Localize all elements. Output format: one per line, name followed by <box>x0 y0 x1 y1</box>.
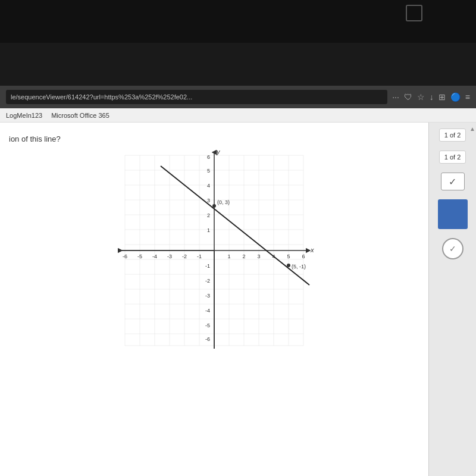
check-icon: ✓ <box>449 176 456 187</box>
content-left: ion of this line? <box>0 123 428 476</box>
svg-text:3: 3 <box>207 198 210 203</box>
svg-text:-6: -6 <box>205 336 210 342</box>
svg-text:5: 5 <box>287 253 290 259</box>
svg-text:-1: -1 <box>205 263 210 269</box>
svg-text:-5: -5 <box>137 253 142 259</box>
svg-text:-6: -6 <box>123 253 127 259</box>
svg-text:3: 3 <box>257 253 260 259</box>
svg-point-58 <box>212 204 216 208</box>
graph-svg: -1 -2 -3 -4 -5 -6 1 2 3 4 5 6 1 <box>107 149 321 352</box>
svg-text:4: 4 <box>207 183 210 189</box>
collections-icon[interactable]: ⊞ <box>439 92 446 102</box>
modal-overlay-box <box>406 5 422 21</box>
svg-text:1: 1 <box>227 253 230 259</box>
right-sidebar: ▲ 1 of 2 1 of 2 ✓ ✓ <box>428 123 476 476</box>
download-icon[interactable]: ↓ <box>430 92 434 102</box>
circle-check-icon: ✓ <box>449 244 456 253</box>
svg-text:(0, 3): (0, 3) <box>217 199 230 205</box>
bookmark-logmein[interactable]: LogMeIn123 <box>6 112 42 119</box>
url-bar[interactable] <box>6 90 387 104</box>
svg-point-60 <box>287 264 290 267</box>
browser-toolbar: ··· 🛡 ☆ ↓ ⊞ 🔵 ≡ <box>0 86 476 108</box>
circle-check-button[interactable]: ✓ <box>442 238 464 259</box>
profile-icon[interactable]: 🔵 <box>450 92 461 102</box>
badge-1-of-2: 1 of 2 <box>439 129 466 142</box>
menu-icon[interactable]: ≡ <box>465 92 470 102</box>
svg-text:1: 1 <box>207 227 210 233</box>
svg-text:-4: -4 <box>205 308 210 314</box>
svg-text:-2: -2 <box>205 278 210 284</box>
graph-container: -1 -2 -3 -4 -5 -6 1 2 3 4 5 6 1 <box>107 149 321 352</box>
dots-menu[interactable]: ··· <box>392 92 399 102</box>
svg-text:-4: -4 <box>152 253 157 259</box>
svg-text:5: 5 <box>207 168 210 174</box>
blue-box[interactable] <box>438 199 468 229</box>
dark-background <box>0 0 476 43</box>
svg-text:2: 2 <box>207 212 210 218</box>
svg-text:(5, -1): (5, -1) <box>292 264 306 270</box>
toolbar-icons: ··· 🛡 ☆ ↓ ⊞ 🔵 ≡ <box>392 92 470 102</box>
question-text: ion of this line? <box>9 134 419 143</box>
svg-text:6: 6 <box>207 154 210 160</box>
svg-line-57 <box>161 166 309 285</box>
svg-text:-1: -1 <box>197 253 202 259</box>
svg-text:-3: -3 <box>167 253 172 259</box>
badge-2-of-2: 1 of 2 <box>439 151 466 164</box>
star-icon[interactable]: ☆ <box>417 92 425 102</box>
check-button[interactable]: ✓ <box>441 173 465 190</box>
bookmark-office[interactable]: Microsoft Office 365 <box>51 112 109 119</box>
svg-text:2: 2 <box>242 253 245 259</box>
svg-text:6: 6 <box>302 253 305 259</box>
svg-text:-3: -3 <box>205 293 210 299</box>
page-area: ion of this line? <box>0 123 476 476</box>
svg-text:y: y <box>216 149 221 155</box>
svg-text:-5: -5 <box>205 322 210 328</box>
svg-text:-2: -2 <box>182 253 187 259</box>
shield-icon: 🛡 <box>404 92 412 102</box>
scroll-up-arrow[interactable]: ▲ <box>469 126 475 132</box>
svg-text:x: x <box>310 246 314 253</box>
main-content: LogMeIn123 Microsoft Office 365 ion of t… <box>0 108 476 476</box>
